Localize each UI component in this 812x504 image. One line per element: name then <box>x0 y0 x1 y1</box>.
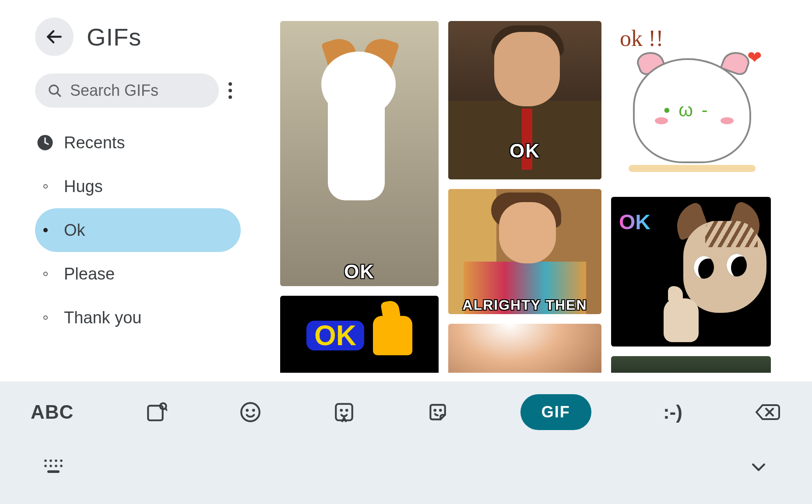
category-label: Thank you <box>64 308 141 327</box>
arrow-left-icon <box>45 27 64 46</box>
image-search-icon <box>145 401 167 423</box>
gif-tile-mr-bean[interactable]: OK <box>448 21 601 179</box>
clock-icon <box>36 133 54 152</box>
gif-tile-alrighty-then[interactable]: ALRIGHTY THEN <box>448 189 601 314</box>
category-ok[interactable]: Ok <box>35 208 241 252</box>
bullet-icon <box>43 184 48 189</box>
sticker-peel-icon <box>427 401 449 423</box>
svg-rect-25 <box>47 470 60 473</box>
sticker-square-icon <box>333 401 355 423</box>
search-input[interactable]: Search GIFs <box>35 74 219 108</box>
category-label: Hugs <box>64 177 103 196</box>
image-search-button[interactable] <box>145 401 167 423</box>
emoticon-button[interactable]: :-) <box>663 401 682 423</box>
svg-point-21 <box>44 465 47 467</box>
chevron-down-icon <box>749 457 768 476</box>
gif-caption: OK <box>280 261 439 283</box>
keyboard-toolbar: ABC GIF :-) <box>0 382 812 504</box>
svg-point-20 <box>60 459 63 462</box>
svg-line-6 <box>165 409 167 410</box>
svg-point-18 <box>49 459 52 462</box>
gif-tile-sad-cat-ok[interactable]: OK <box>611 197 771 346</box>
bullet-icon <box>43 228 48 232</box>
sidebar: GIFs Search GIFs Recents Hugs <box>0 0 271 385</box>
gif-overlay-text: OK <box>619 210 650 234</box>
heart-icon: ❤ <box>747 47 762 67</box>
gif-tile-ok-thumb-neon[interactable]: OK <box>280 296 439 373</box>
gif-tab-button[interactable]: GIF <box>520 394 591 430</box>
keyboard-dots-icon <box>44 458 67 476</box>
svg-point-11 <box>341 410 342 411</box>
keyboard-layout-button[interactable] <box>44 458 67 476</box>
bullet-icon <box>43 315 48 320</box>
svg-point-17 <box>44 459 47 462</box>
page-title: GIFs <box>87 23 141 51</box>
svg-point-14 <box>440 410 441 411</box>
svg-point-24 <box>60 465 63 467</box>
header: GIFs <box>0 18 271 56</box>
gif-tile-kawaii-cat[interactable]: ok !! ❤ • ω - <box>611 21 771 187</box>
sticker-button[interactable] <box>333 401 355 423</box>
svg-point-12 <box>346 410 348 411</box>
category-thankyou[interactable]: Thank you <box>35 296 241 340</box>
category-recents[interactable]: Recents <box>35 121 241 164</box>
svg-point-22 <box>49 465 52 467</box>
svg-point-8 <box>246 410 248 411</box>
svg-point-13 <box>434 410 436 411</box>
category-label: Ok <box>64 221 85 240</box>
gif-picker: GIFs Search GIFs Recents Hugs <box>0 0 812 504</box>
more-icon <box>228 82 232 86</box>
thumbs-up-icon <box>373 316 412 355</box>
category-label: Recents <box>64 133 125 152</box>
emoji-icon <box>239 401 261 423</box>
search-row: Search GIFs <box>0 74 271 108</box>
backspace-icon <box>754 402 781 423</box>
category-label: Please <box>64 265 115 284</box>
more-button[interactable] <box>228 82 232 99</box>
gif-tile-cropped[interactable] <box>611 356 771 373</box>
search-placeholder: Search GIFs <box>70 81 158 100</box>
category-hugs[interactable]: Hugs <box>35 164 241 208</box>
svg-point-7 <box>241 403 260 421</box>
emoji-button[interactable] <box>239 401 261 423</box>
collapse-button[interactable] <box>749 457 768 476</box>
svg-line-2 <box>57 93 60 96</box>
abc-keyboard-button[interactable]: ABC <box>31 401 74 423</box>
gif-tile-cat-standing-ok[interactable]: OK <box>280 21 439 286</box>
sticker-peel-button[interactable] <box>427 401 449 423</box>
backspace-button[interactable] <box>754 402 781 423</box>
svg-point-9 <box>253 410 254 411</box>
gif-results[interactable]: OK OK OK ALRIGHTY THEN ok !! ❤ <box>280 21 786 373</box>
svg-point-19 <box>55 459 57 462</box>
gif-caption: ALRIGHTY THEN <box>448 297 601 313</box>
bullet-icon <box>43 272 48 276</box>
gif-caption: OK <box>448 140 601 162</box>
back-button[interactable] <box>35 18 74 56</box>
gif-tile-forehead[interactable] <box>448 324 601 373</box>
ok-bubble-text: OK <box>306 321 364 350</box>
category-list: Recents Hugs Ok Please Thank you <box>0 121 271 340</box>
category-please[interactable]: Please <box>35 252 241 296</box>
svg-point-23 <box>55 465 57 467</box>
search-icon <box>47 83 62 98</box>
gif-overlay-text: ok !! <box>620 25 664 51</box>
